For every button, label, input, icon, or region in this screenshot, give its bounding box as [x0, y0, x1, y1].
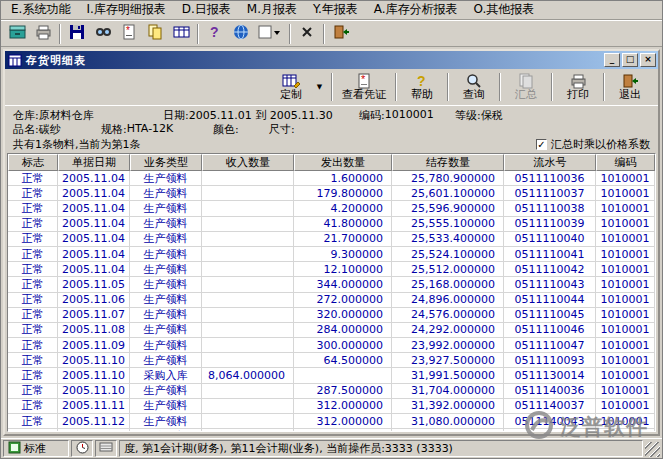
query-button[interactable]: 查询 — [454, 71, 494, 103]
table-cell: 0511110038 — [504, 201, 596, 216]
column-header[interactable]: 标志 — [8, 154, 58, 171]
exit-button[interactable] — [328, 22, 354, 45]
print-button[interactable] — [30, 22, 56, 45]
table-cell — [202, 323, 294, 338]
print-button[interactable]: 打印 — [558, 71, 598, 103]
table-cell — [202, 293, 294, 308]
grid-button[interactable] — [168, 22, 194, 45]
table-cell: 0511140036 — [504, 384, 596, 399]
table-cell: 0511140037 — [504, 399, 596, 414]
table-row[interactable]: 正常2005.11.13生产领料348.00000030,732.0000000… — [8, 429, 655, 431]
toolbar-separator — [447, 73, 449, 101]
table-cell: 0511110042 — [504, 262, 596, 277]
table-cell: 0511140053 — [504, 429, 596, 431]
table-body: 正常2005.11.04生产领料1.60000025,780.900000051… — [8, 171, 655, 431]
table-row[interactable]: 正常2005.11.10生产领料287.50000031,704.0000000… — [8, 384, 655, 399]
table-row[interactable]: 正常2005.11.12生产领料312.00000031,080.0000000… — [8, 414, 655, 429]
table-cell: 25,780.900000 — [392, 171, 504, 186]
table-row[interactable]: 正常2005.11.11生产领料312.00000031,392.0000000… — [8, 399, 655, 414]
table-cell: 正常 — [8, 217, 58, 232]
column-header[interactable]: 结存数量 — [392, 154, 504, 171]
table-cell: 正常 — [8, 262, 58, 277]
column-header[interactable]: 单据日期 — [58, 154, 130, 171]
internet-button[interactable] — [228, 22, 254, 45]
close-button[interactable] — [294, 22, 320, 45]
menu-item[interactable]: O.其他报表 — [466, 0, 543, 20]
help-button[interactable]: ? — [202, 22, 228, 45]
table-row[interactable]: 正常2005.11.10采购入库8,064.00000031,991.50000… — [8, 368, 655, 383]
report-titlebar[interactable]: 存货明细表 _ □ × — [5, 51, 658, 69]
table-cell: 2005.11.04 — [58, 247, 130, 262]
table-cell: 1.600000 — [294, 171, 392, 186]
customize-dropdown-button[interactable]: ▼ — [313, 71, 326, 103]
name-field: 品名:碳纱 — [13, 122, 101, 136]
table-cell: 348.000000 — [294, 429, 392, 431]
menu-bar: E.系统功能I.库存明细报表D.日报表M.月报表Y.年报表A.库存分析报表O.其… — [1, 1, 662, 20]
table-row[interactable]: 正常2005.11.06生产领料272.00000024,896.0000000… — [8, 293, 655, 308]
price-factor-option[interactable]: 汇总时乘以价格系数 — [536, 137, 650, 152]
table-cell: 正常 — [8, 368, 58, 383]
table-cell: 31,991.500000 — [392, 368, 504, 383]
table-cell: 生产领料 — [130, 399, 202, 414]
table-row[interactable]: 正常2005.11.04生产领料1.60000025,780.900000051… — [8, 171, 655, 186]
table-row[interactable]: 正常2005.11.04生产领料4.20000025,596.900000051… — [8, 201, 655, 216]
column-header[interactable]: 业务类型 — [130, 154, 202, 171]
column-header[interactable]: 发出数量 — [294, 154, 392, 171]
column-header[interactable]: 收入数量 — [202, 154, 294, 171]
maximize-button[interactable]: □ — [622, 53, 638, 67]
status-mode-panel[interactable]: 标准 — [3, 440, 69, 457]
help-button[interactable]: ? 帮助 — [402, 71, 442, 103]
price-factor-checkbox[interactable] — [536, 139, 547, 150]
status-keyboard-panel[interactable] — [95, 440, 117, 457]
column-header[interactable]: 流水号 — [504, 154, 596, 171]
table-cell: 25,524.100000 — [392, 247, 504, 262]
table-row[interactable]: 正常2005.11.05生产领料344.00000025,168.0000000… — [8, 277, 655, 292]
table-cell: 25,168.000000 — [392, 277, 504, 292]
column-header[interactable]: 编码 — [596, 154, 655, 171]
customize-button[interactable]: 定制 — [271, 71, 311, 103]
table-cell: 1010001 — [596, 277, 655, 292]
close-window-button[interactable]: × — [640, 53, 656, 67]
table-row[interactable]: 正常2005.11.04生产领料21.70000025,533.40000005… — [8, 232, 655, 247]
table-cell: 正常 — [8, 277, 58, 292]
find-button[interactable] — [90, 22, 116, 45]
table-cell: 2005.11.10 — [58, 353, 130, 368]
table-row[interactable]: 正常2005.11.08生产领料284.00000024,292.0000000… — [8, 323, 655, 338]
table-row[interactable]: 正常2005.11.04生产领料41.80000025,555.10000005… — [8, 217, 655, 232]
minimize-button[interactable]: _ — [604, 53, 620, 67]
menu-item[interactable]: E.系统功能 — [3, 0, 78, 20]
table-row[interactable]: 正常2005.11.09生产领料300.00000023,992.0000000… — [8, 338, 655, 353]
save-button[interactable] — [64, 22, 90, 45]
view-dropdown-button[interactable] — [254, 22, 286, 45]
table-row[interactable]: 正常2005.11.10生产领料64.50000023,927.50000005… — [8, 353, 655, 368]
table-cell: 312.000000 — [294, 414, 392, 429]
table-cell: 正常 — [8, 247, 58, 262]
table-cell — [202, 384, 294, 399]
table-cell: 272.000000 — [294, 293, 392, 308]
table-row[interactable]: 正常2005.11.04生产领料179.80000025,601.1000000… — [8, 186, 655, 201]
cabinet-icon — [9, 24, 26, 43]
menu-item[interactable]: I.库存明细报表 — [78, 0, 173, 20]
cabinet-button[interactable] — [4, 22, 30, 45]
table-cell: 300.000000 — [294, 338, 392, 353]
table-row[interactable]: 正常2005.11.04生产领料9.30000025,524.100000051… — [8, 247, 655, 262]
exit-button[interactable]: 退出 — [610, 71, 650, 103]
menu-item[interactable]: M.月报表 — [239, 0, 305, 20]
view-voucher-button[interactable]: * 查看凭证 — [338, 71, 390, 103]
table-cell — [202, 217, 294, 232]
toolbar-separator — [331, 73, 333, 101]
table-row[interactable]: 正常2005.11.07生产领料320.00000024,576.0000000… — [8, 308, 655, 323]
table-row[interactable]: 正常2005.11.04生产领料12.10000025,512.00000005… — [8, 262, 655, 277]
menu-item[interactable]: Y.年报表 — [305, 0, 366, 20]
copy-button[interactable] — [142, 22, 168, 45]
table-cell: 25,601.100000 — [392, 186, 504, 201]
table-cell: 287.500000 — [294, 384, 392, 399]
resize-grip[interactable] — [645, 442, 660, 457]
menu-item[interactable]: D.日报表 — [174, 0, 239, 20]
table-cell: 24,292.000000 — [392, 323, 504, 338]
menu-item[interactable]: A.库存分析报表 — [366, 0, 466, 20]
customize-icon — [282, 73, 300, 89]
status-clock-panel[interactable] — [71, 440, 93, 457]
table-cell: 1010001 — [596, 201, 655, 216]
voucher-button[interactable]: * — [116, 22, 142, 45]
